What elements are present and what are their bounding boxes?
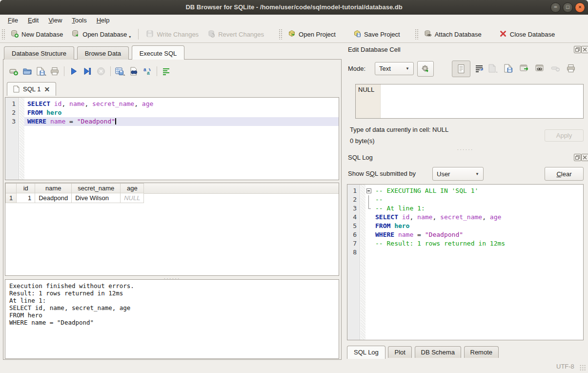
open-external-button[interactable] <box>517 62 531 75</box>
minimize-button[interactable]: − <box>550 2 561 13</box>
menu-help[interactable]: Help <box>92 16 115 25</box>
close-tab-icon[interactable]: ✕ <box>44 87 50 92</box>
execute-all-button[interactable] <box>67 65 81 78</box>
sql-log-fold-marks[interactable] <box>366 186 372 257</box>
tab-remote[interactable]: Remote <box>464 346 499 358</box>
write-changes-icon <box>146 30 154 39</box>
title-bar[interactable]: DB Browser for SQLite - /home/user/code/… <box>0 0 588 15</box>
sql-editor[interactable]: 123 SELECT id, name, secret_name, ageFRO… <box>5 97 339 180</box>
float-panel-icon[interactable] <box>574 154 581 161</box>
dock-tab-bar: SQL Log Plot DB Schema Remote <box>347 346 500 358</box>
apply-cell-icon <box>421 64 430 73</box>
save-project-icon <box>353 30 361 39</box>
main-toolbar: New Database Open Database ▾ Write Chang… <box>0 26 588 43</box>
find-replace-button[interactable] <box>127 65 141 78</box>
toolbar-drag-handle[interactable] <box>1 29 5 40</box>
row-header[interactable]: 1 <box>6 193 17 203</box>
sql-log-filter-value: User <box>437 170 450 178</box>
save-sql-file-button[interactable] <box>34 65 48 78</box>
maximize-button[interactable]: □ <box>563 2 573 13</box>
close-button[interactable]: × <box>575 2 585 13</box>
right-splitter[interactable]: ······ <box>347 146 584 152</box>
sql-log-view[interactable]: 12345678 -- EXECUTING ALL IN 'SQL 1'----… <box>347 184 584 340</box>
sql-editor-fold-margin <box>20 98 24 180</box>
document-icon <box>13 85 20 93</box>
svg-text:a: a <box>143 67 146 72</box>
new-database-button[interactable]: New Database <box>6 28 67 41</box>
close-database-button[interactable]: Close Database <box>495 28 560 41</box>
cell-name[interactable]: Deadpond <box>35 193 72 203</box>
open-external-icon <box>519 63 529 73</box>
toolbar-drag-handle[interactable] <box>279 29 282 40</box>
cell-age[interactable]: NULL <box>121 193 144 203</box>
resize-grip[interactable] <box>580 365 586 371</box>
open-database-dropdown-icon[interactable]: ▾ <box>129 35 131 39</box>
float-panel-icon[interactable] <box>574 46 581 53</box>
cell-secret-name[interactable]: Dive Wilson <box>72 193 121 203</box>
save-project-button[interactable]: Save Project <box>349 28 405 41</box>
column-header-age[interactable]: age <box>121 184 144 193</box>
sql-log-code[interactable]: -- EXECUTING ALL IN 'SQL 1'---- At line … <box>372 186 583 257</box>
execution-message-area[interactable]: Execution finished without errors.Result… <box>5 279 339 359</box>
tab-execute-sql[interactable]: Execute SQL <box>132 45 185 60</box>
column-header-secret-name[interactable]: secret_name <box>72 184 121 193</box>
open-project-icon <box>288 30 296 39</box>
clear-log-button[interactable]: Clear <box>545 167 584 181</box>
menu-view[interactable]: View <box>43 16 67 25</box>
column-header-name[interactable]: name <box>35 184 72 193</box>
cell-editor[interactable]: NULL <box>355 84 584 119</box>
tab-database-structure[interactable]: Database Structure <box>4 46 74 60</box>
encoding-status: UTF-8 <box>556 363 574 370</box>
export-results-button[interactable] <box>113 65 127 78</box>
results-grid[interactable]: id name secret_name age 1 1 Deadpond Div… <box>5 183 339 276</box>
tab-browse-data[interactable]: Browse Data <box>77 46 129 60</box>
sql-log-filter-select[interactable]: User▼ <box>432 167 484 181</box>
auto-format-button[interactable]: aa <box>141 65 154 78</box>
column-header-id[interactable]: id <box>17 184 35 193</box>
svg-text:a: a <box>147 70 150 76</box>
open-project-button[interactable]: Open Project <box>284 28 340 41</box>
menu-file[interactable]: File <box>3 16 23 25</box>
cell-word-wrap-button[interactable] <box>472 62 486 75</box>
menu-tools[interactable]: Tools <box>67 16 91 25</box>
mode-label: Mode: <box>348 65 365 72</box>
table-row[interactable]: 1 1 Deadpond Dive Wilson NULL <box>6 193 144 203</box>
text-mode-button[interactable] <box>452 61 470 77</box>
cell-type-info: Type of data currently in cell: NULL <box>350 126 448 133</box>
menu-edit[interactable]: Edit <box>23 16 43 25</box>
copy-link-button[interactable] <box>533 62 547 75</box>
stop-button <box>94 65 108 78</box>
mode-select[interactable]: Text▼ <box>375 62 414 75</box>
print-sql-button[interactable] <box>48 65 61 78</box>
toolbar-drag-handle[interactable] <box>415 29 418 40</box>
open-sql-file-button[interactable] <box>20 65 34 78</box>
cell-editor-text: NULL <box>358 86 374 93</box>
close-panel-icon[interactable] <box>581 46 588 53</box>
print-cell-button[interactable] <box>564 62 578 75</box>
open-database-button[interactable]: Open Database ▾ <box>67 28 135 41</box>
word-wrap-button[interactable] <box>160 65 173 78</box>
tab-sql-log[interactable]: SQL Log <box>347 346 385 359</box>
export-to-file-button[interactable] <box>502 62 515 75</box>
results-corner-cell[interactable] <box>6 184 17 193</box>
menu-bar: File Edit View Tools Help <box>0 15 588 26</box>
find-replace-icon <box>129 66 139 76</box>
close-panel-icon[interactable] <box>581 154 588 161</box>
db-browser-window: { "window": { "title": "DB Browser for S… <box>0 0 588 373</box>
execute-current-line-button[interactable] <box>81 65 94 78</box>
revert-changes-label: Revert Changes <box>218 31 264 38</box>
tab-plot[interactable]: Plot <box>388 346 411 358</box>
set-null-button <box>548 62 562 75</box>
chevron-down-icon: ▼ <box>475 172 479 176</box>
open-new-tab-button[interactable] <box>7 65 20 78</box>
sql-log-title: SQL Log <box>348 154 373 161</box>
cell-id[interactable]: 1 <box>17 193 35 203</box>
toolbar-separator <box>138 29 139 40</box>
sql-log-line-numbers: 12345678 <box>347 185 360 340</box>
sql-editor-code[interactable]: SELECT id, name, secret_name, ageFROM he… <box>24 100 339 126</box>
tab-db-schema[interactable]: DB Schema <box>415 346 461 358</box>
attach-database-button[interactable]: Attach Database <box>420 28 486 41</box>
tab-sql-1[interactable]: SQL 1 ✕ <box>7 82 56 96</box>
sql-editor-toolbar: aa <box>7 64 173 78</box>
apply-cell-button[interactable] <box>417 61 434 77</box>
